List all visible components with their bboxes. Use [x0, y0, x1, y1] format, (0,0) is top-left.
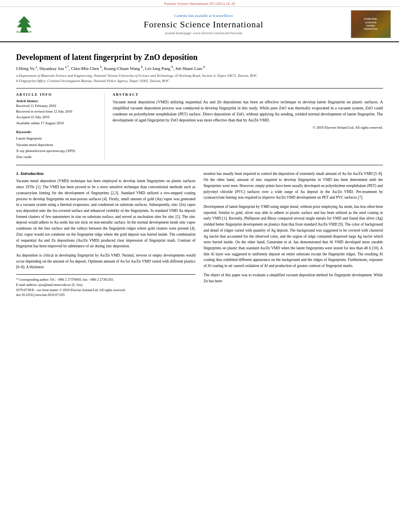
keywords-section: Keywords: Latent fingerprint Vacuum meta…: [16, 130, 98, 160]
footnote-issn: 0379-0738/$ – see front matter © 2010 El…: [16, 288, 195, 293]
elsevier-logo-svg: ELSEVIER: [12, 15, 36, 33]
author-shyankay: Shyankay Jou: [39, 66, 64, 71]
main-right-column: monitor has usually been required to con…: [204, 171, 383, 298]
content-area: Development of latent fingerprint by ZnO…: [0, 42, 399, 302]
divider-2: [16, 165, 383, 165]
footnote-corresponding-text: * Corresponding author. Tel.: +886 2 273…: [16, 277, 114, 281]
affil-a-sup2: a,*: [65, 65, 69, 69]
badge-text: FORENSICSCIENCEINTER-NATIONAL: [364, 17, 378, 31]
journal-title-area: Contents lists available at ScienceDirec…: [56, 14, 351, 35]
divider-1: [16, 88, 383, 88]
elsevier-logo-area: ELSEVIER: [8, 15, 56, 33]
right-para3: The object of this paper was to evaluate…: [204, 272, 383, 284]
journal-citation: Forensic Science International 207 (2011…: [0, 0, 399, 7]
footnote-doi-text: doi:10.1016/j.forsciint.2010.07.035: [16, 293, 65, 297]
history-label: Article history:: [16, 99, 98, 103]
footnote-issn-text: 0379-0738/$ – see front matter © 2010 El…: [16, 288, 125, 292]
journal-header: ELSEVIER Contents lists available at Sci…: [0, 7, 399, 42]
footnote-corresponding: * Corresponding author. Tel.: +886 2 273…: [16, 277, 195, 282]
article-info-label: ARTICLE INFO: [16, 92, 98, 97]
author-chinmin: Chin-Min Chen: [71, 66, 99, 71]
footnote-email: E-mail address: sjou@mail.ntust.edu.tw (…: [16, 282, 195, 288]
footnote-section: * Corresponding author. Tel.: +886 2 273…: [16, 274, 195, 298]
keywords-label: Keywords:: [16, 130, 98, 134]
svg-text:ELSEVIER: ELSEVIER: [16, 31, 32, 33]
journal-homepage: journal homepage: www.elsevier.com/locat…: [56, 31, 351, 35]
abstract-label: ABSTRACT: [113, 92, 383, 97]
affil-b-sup4: b: [204, 65, 205, 69]
left-column: ARTICLE INFO Article history: Received 1…: [16, 92, 105, 160]
footnote-email-text: E-mail address: sjou@mail.ntust.edu.tw (…: [16, 283, 83, 287]
abstract-text: Vacuum metal deposition (VMD) utilizing …: [113, 99, 383, 123]
author-kuang: Kuang-Chuan Wang: [104, 66, 140, 71]
article-title: Development of latent fingerprint by ZnO…: [16, 53, 383, 62]
received-date: Received 11 February 2010: [16, 103, 98, 109]
affil-b-sup2: b: [141, 65, 143, 69]
accepted-date: Accepted 22 July 2010: [16, 114, 98, 120]
affiliation-a: a Department of Materials Science and En…: [16, 73, 383, 79]
affiliations: a Department of Materials Science and En…: [16, 73, 383, 84]
right-para1: monitor has usually been required to con…: [204, 171, 383, 201]
affil-b-sup1: b: [100, 65, 102, 69]
revised-date: Received in revised form 12 July 2010: [16, 109, 98, 114]
keyword-2: Vacuum metal deposition: [16, 142, 98, 148]
footnote-doi: doi:10.1016/j.forsciint.2010.07.035: [16, 292, 195, 298]
journal-title: Forensic Science International: [56, 19, 351, 30]
available-date: Available online 17 August 2010: [16, 120, 98, 126]
citation-text: Forensic Science International 207 (2011…: [164, 2, 235, 6]
copyright-text: © 2010 Elsevier Ireland Ltd. All rights …: [113, 125, 383, 129]
right-column: ABSTRACT Vacuum metal deposition (VMD) u…: [113, 92, 383, 160]
main-content: 1. Introduction Vacuum metal deposition …: [16, 171, 383, 298]
author-jeh: Jeh Shane Liao: [175, 66, 202, 71]
main-left-column: 1. Introduction Vacuum metal deposition …: [16, 171, 195, 298]
article-history: Article history: Received 11 February 20…: [16, 99, 98, 126]
authors-line: I-Heng Yu a, Shyankay Jou a,*, Chin-Min …: [16, 65, 383, 71]
history-dates: Received 11 February 2010 Received in re…: [16, 103, 98, 126]
sciencedirect-label: Contents lists available at ScienceDirec…: [175, 14, 233, 18]
keyword-1: Latent fingerprint: [16, 136, 98, 142]
author-leijang: Lei-Jang Pang: [145, 66, 170, 71]
keyword-3: X-ray photoelectron spectroscopy (XPS): [16, 148, 98, 154]
affiliation-b: b Fingerprint Office, Criminal Investiga…: [16, 78, 383, 84]
elsevier-logo: ELSEVIER: [8, 15, 40, 33]
intro-para2: Au deposition is critical in developing …: [16, 253, 195, 270]
affil-b-sup3: b: [171, 65, 173, 69]
info-abstract-section: ARTICLE INFO Article history: Received 1…: [16, 92, 383, 160]
affil-a-sup1: a: [35, 65, 37, 69]
intro-heading: 1. Introduction: [16, 171, 195, 176]
author-iheng: I-Heng Yu: [16, 66, 35, 71]
intro-para1: Vacuum metal deposition (VMD) technique …: [16, 178, 195, 249]
right-para2: Development of latent fingerprint by VMD…: [204, 204, 383, 269]
keyword-4: Zinc oxide: [16, 154, 98, 160]
sciencedirect-text: Contents lists available at ScienceDirec…: [56, 14, 351, 18]
journal-badge: FORENSICSCIENCEINTER-NATIONAL: [351, 10, 391, 38]
